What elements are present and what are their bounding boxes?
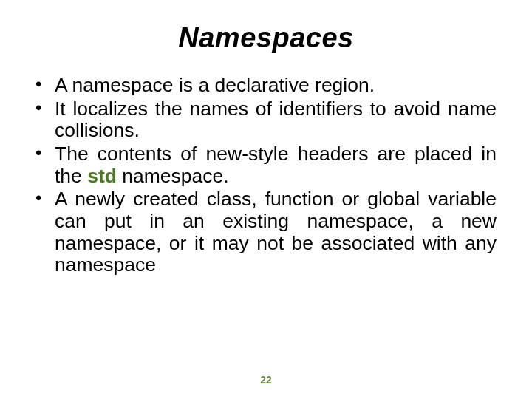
page-number: 22 <box>0 374 532 386</box>
slide: Namespaces A namespace is a declarative … <box>0 0 532 399</box>
bullet-item: The contents of new-style headers are pl… <box>35 143 497 187</box>
slide-title: Namespaces <box>35 22 497 54</box>
bullet-text-suffix: namespace. <box>117 165 229 187</box>
bullet-text: A newly created class, function or globa… <box>55 188 497 276</box>
bullet-text: It localizes the names of identifiers to… <box>55 98 497 142</box>
bullet-item: It localizes the names of identifiers to… <box>35 98 497 142</box>
bullet-item: A newly created class, function or globa… <box>35 188 497 276</box>
keyword-std: std <box>87 165 117 187</box>
bullet-text: A namespace is a declarative region. <box>55 74 375 96</box>
bullet-item: A namespace is a declarative region. <box>35 75 497 97</box>
bullet-list: A namespace is a declarative region. It … <box>35 75 497 276</box>
